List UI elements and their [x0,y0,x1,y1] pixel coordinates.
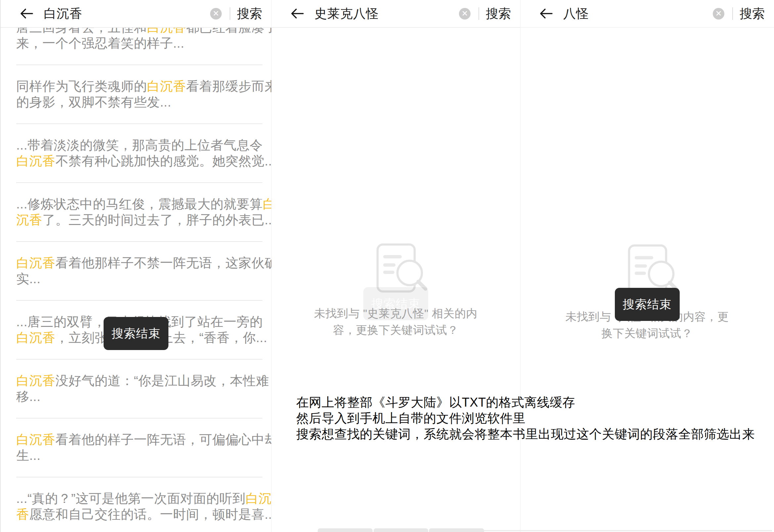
result-line: 的身影，双脚不禁有些发... [16,94,265,110]
caption-line1: 在网上将整部《斗罗大陆》以TXT的格式离线缓存 [296,394,755,410]
header-divider [732,7,733,20]
search-query-text: 白沉香 [44,5,82,22]
keyword-highlight: 白沉香 [16,256,56,270]
search-result-row[interactable]: 白沉香没好气的道：“你是江山易改，本性难移... [1,360,271,418]
result-line: 白沉香不禁有种心跳加快的感觉。她突然觉... [16,153,265,169]
header-divider [478,7,479,20]
result-line: 沉香了。三天的时间过去了，胖子的外表已... [16,212,265,228]
document-search-icon [376,243,428,293]
keyword-highlight: 沉香 [16,213,42,227]
result-text: 的身影，双脚不禁有些发... [16,95,171,109]
search-button[interactable]: 搜索 [237,5,262,22]
cutoff-edge-line [481,530,772,531]
no-result-message: 未找到与 "史莱克八怪" 相关的内 容，更换下关键词试试？ [271,305,520,338]
result-line: 香愿意和自己交往的话。一时间，顿时是喜... [16,507,265,522]
panel-seam [271,0,272,532]
search-button[interactable]: 搜索 [740,5,765,22]
result-text: 了。三天的时间过去了，胖子的外表已... [42,213,271,227]
clear-search-icon[interactable]: ✕ [210,8,222,20]
search-header: 史莱克八怪 ✕ 搜索 [271,0,520,28]
search-header: 白沉香 ✕ 搜索 [1,0,271,28]
clear-search-icon[interactable]: ✕ [713,8,724,20]
keyword-highlight: 香 [16,507,29,521]
result-line: ...带着淡淡的微笑，那高贵的上位者气息令 [16,137,265,153]
result-text: 生... [16,448,41,463]
clear-search-icon[interactable]: ✕ [459,8,471,20]
search-button[interactable]: 搜索 [486,5,511,22]
result-text: ...带着淡淡的微笑，那高贵的上位者气息令 [16,138,263,152]
search-panel-shilaikebaguai: 史莱克八怪 ✕ 搜索 搜索结束 未找到与 "史莱克八怪" 相关的内 容，更换下关… [271,0,520,532]
no-result-line2: 容，更换下关键词试试？ [271,322,520,338]
keyword-highlight: 白沉香 [16,154,56,168]
result-text: 实... [16,272,41,286]
search-query-text: 八怪 [563,5,589,22]
result-text: ...“真的？”这可是他第一次面对面的听到 [16,491,246,506]
keyword-highlight: 白沉香 [16,432,56,447]
result-line: 实... [16,271,265,287]
search-header: 八怪 ✕ 搜索 [520,0,774,28]
search-result-row[interactable]: ...“真的？”这可是他第一次面对面的听到白沉香愿意和自己交往的话。一时间，顿时… [1,477,271,532]
keyword-highlight: 白沉香 [147,79,186,93]
search-query-text: 史莱克八怪 [314,5,379,22]
search-result-row[interactable]: 白沉香看着他的样子一阵无语，可偏偏心中却生... [1,419,271,477]
search-panel-baguai: 八怪 ✕ 搜索 未找到与 "八怪" 相关的内容，更 换下关键词试试？ 搜索结束 [520,0,774,532]
search-result-row[interactable]: 唐三回身看去，五怪和白沉香都已红着脸凑了过来，一个个强忍着笑的样子... [1,28,271,65]
keyword-highlight: 白沉 [246,491,271,506]
header-divider [230,7,230,20]
back-arrow-icon[interactable] [539,8,553,20]
toast-search-finished: 搜索结束 [104,317,168,350]
annotation-caption: 在网上将整部《斗罗大陆》以TXT的格式离线缓存 然后导入到手机上自带的文件浏览软… [296,394,755,442]
result-line: ...“真的？”这可是他第一次面对面的听到白沉 [16,491,265,507]
cutoff-button [429,528,484,532]
toast-search-finished: 搜索结束 [615,288,680,321]
no-result-line2: 换下关键词试试？ [520,325,774,341]
result-text: 看着他那样子不禁一阵无语，这家伙确 [56,256,272,270]
keyword-highlight: 白沉香 [147,28,186,34]
caption-line3: 搜索想查找的关键词，系统就会将整本书里出现过这个关键词的段落全部筛选出来 [296,426,755,442]
document-search-icon [627,244,679,294]
back-arrow-icon[interactable] [19,8,34,20]
search-result-row[interactable]: 同样作为飞行类魂师的白沉香看着那缓步而来的身影，双脚不禁有些发... [1,65,271,123]
search-result-row[interactable]: ...修炼状态中的马红俊，震撼最大的就要算白沉香了。三天的时间过去了，胖子的外表… [1,183,271,241]
search-result-row[interactable]: 白沉香看着他那样子不禁一阵无语，这家伙确实... [1,242,271,300]
result-text: 看着他的样子一阵无语，可偏偏心中却 [56,432,272,447]
cutoff-button [374,528,428,532]
result-text: 不禁有种心跳加快的感觉。她突然觉... [56,154,272,168]
keyword-highlight: 白沉香 [16,331,56,345]
result-text: 来，一个个强忍着笑的样子... [16,36,184,50]
result-text: 看着那缓步而来 [186,79,272,93]
result-line: ...修炼状态中的马红俊，震撼最大的就要算白 [16,196,265,212]
search-input[interactable]: 白沉香 ✕ [44,5,223,22]
no-result-line1: 未找到与 "史莱克八怪" 相关的内 [271,305,520,322]
result-text: ...修炼状态中的马红俊，震撼最大的就要算 [16,197,263,211]
result-text: 同样作为飞行类魂师的 [16,79,147,93]
result-text: 唐三回身看去，五怪和 [16,28,147,34]
results-list[interactable]: 唐三回身看去，五怪和白沉香都已红着脸凑了过来，一个个强忍着笑的样子...同样作为… [1,28,271,532]
keyword-highlight: 白沉香 [16,374,56,388]
result-line: 生... [16,448,265,464]
result-text: 都已红着脸凑了过 [186,28,272,34]
search-input[interactable]: 八怪 ✕ [563,5,726,22]
result-line: 来，一个个强忍着笑的样子... [16,35,265,51]
keyword-highlight: 白 [263,197,271,211]
result-text: 移... [16,389,41,404]
result-line: 白沉香看着他那样子不禁一阵无语，这家伙确 [16,255,265,271]
search-input[interactable]: 史莱克八怪 ✕ [314,5,472,22]
search-result-row[interactable]: ...带着淡淡的微笑，那高贵的上位者气息令白沉香不禁有种心跳加快的感觉。她突然觉… [1,124,271,182]
panel-seam [520,0,521,532]
caption-line2: 然后导入到手机上自带的文件浏览软件里 [296,410,755,426]
result-line: 唐三回身看去，五怪和白沉香都已红着脸凑了过 [16,28,265,35]
result-text: 愿意和自己交往的话。一时间，顿时是喜... [29,507,272,521]
stitched-screenshots: 白沉香 ✕ 搜索 唐三回身看去，五怪和白沉香都已红着脸凑了过来，一个个强忍着笑的… [0,0,774,532]
back-arrow-icon[interactable] [290,8,304,20]
result-line: 移... [16,389,265,405]
cutoff-button [318,528,373,532]
search-panel-baichenxiang: 白沉香 ✕ 搜索 唐三回身看去，五怪和白沉香都已红着脸凑了过来，一个个强忍着笑的… [0,0,271,532]
result-line: 白沉香没好气的道：“你是江山易改，本性难 [16,373,265,389]
result-line: 白沉香看着他的样子一阵无语，可偏偏心中却 [16,432,265,448]
result-text: 没好气的道：“你是江山易改，本性难 [56,374,269,388]
result-line: 同样作为飞行类魂师的白沉香看着那缓步而来 [16,78,265,94]
